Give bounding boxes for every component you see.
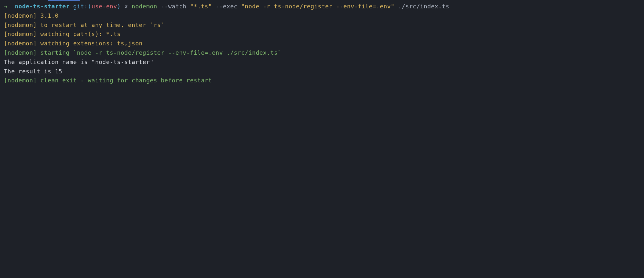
command-name: nodemon (132, 3, 157, 10)
prompt-dirty-marker: ✗ (124, 3, 128, 10)
prompt-directory: node-ts-starter (15, 3, 70, 10)
command-exec-value: "node -r ts-node/register --env-file=.en… (241, 3, 394, 10)
prompt-arrow-icon: → (4, 3, 7, 10)
nodemon-version-line: [nodemon] 3.1.0 (4, 11, 640, 21)
app-output-name-line: The application name is "node-ts-starter… (4, 58, 640, 67)
command-watch-flag: --watch (161, 3, 186, 10)
command-path: ./src/index.ts (398, 3, 450, 10)
prompt-line[interactable]: → node-ts-starter git:(use-env) ✗ nodemo… (4, 2, 640, 11)
nodemon-watching-paths-line: [nodemon] watching path(s): *.ts (4, 30, 640, 39)
prompt-branch-name: use-env (91, 3, 117, 10)
tab-indicator (48, 0, 80, 1)
prompt-git-close: ) (117, 3, 120, 10)
command-watch-value: "*.ts" (190, 3, 212, 10)
command-exec-flag: --exec (216, 3, 238, 10)
nodemon-watching-ext-line: [nodemon] watching extensions: ts,json (4, 39, 640, 48)
nodemon-starting-line: [nodemon] starting `node -r ts-node/regi… (4, 48, 640, 58)
nodemon-restart-hint-line: [nodemon] to restart at any time, enter … (4, 21, 640, 30)
prompt-git-label: git:( (73, 3, 91, 10)
nodemon-clean-exit-line: [nodemon] clean exit - waiting for chang… (4, 76, 640, 85)
app-output-result-line: The result is 15 (4, 67, 640, 76)
